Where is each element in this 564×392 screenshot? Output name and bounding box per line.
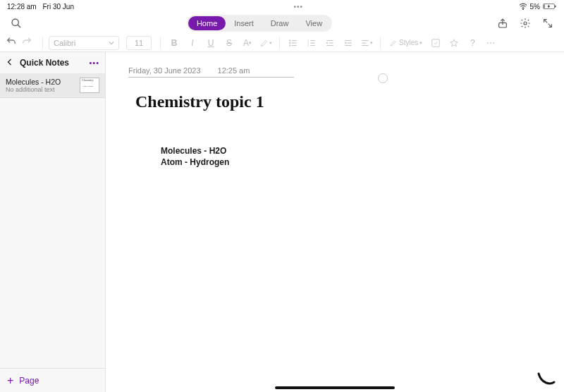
svg-point-13 [290,44,290,45]
svg-rect-29 [432,39,440,47]
svg-text:Chemistry topic 1: Chemistry topic 1 [135,92,264,111]
styles-button[interactable]: Styles ▾ [386,39,425,47]
formatting-ribbon: Calibri 11 B I U S A▾ ▾ 123 ▾ Styles ▾ ?… [0,34,564,52]
note-body[interactable]: Molecules - H2O Atom - Hydrogen [161,145,229,168]
settings-gear-icon[interactable] [516,14,534,32]
ipad-status-bar: 12:28 am Fri 30 Jun ••• 5% [0,0,564,13]
page-thumbnail: Chemistry Atom Hydrogen [80,78,99,93]
page-list: Molecules - H2O No additional text Chemi… [0,73,105,368]
align-button[interactable]: ▾ [359,35,374,51]
svg-point-11 [290,39,290,40]
page-timestamp: Friday, 30 June 2023 12:25 am [128,66,294,78]
indent-button[interactable] [341,35,356,51]
section-more-icon[interactable]: ••• [89,59,99,67]
tab-insert[interactable]: Insert [226,16,262,30]
bullets-button[interactable] [286,35,301,51]
question-tag-button[interactable]: ? [465,35,480,51]
ribbon-tabs: Home Insert Draw View [187,15,332,32]
pages-sidebar: Quick Notes ••• Molecules - H2O No addit… [0,52,106,392]
italic-button[interactable]: I [185,35,200,51]
ink-circle-mark [378,73,388,83]
styles-label: Styles [399,39,418,47]
plus-icon: + [7,375,13,386]
more-button[interactable]: ⋯ [483,35,498,51]
share-icon[interactable] [494,14,512,32]
svg-point-7 [524,22,527,25]
status-date: Fri 30 Jun [42,3,73,11]
bold-button[interactable]: B [166,35,182,51]
page-date: Friday, 30 June 2023 [128,66,201,75]
svg-line-5 [18,25,20,27]
page-list-item[interactable]: Molecules - H2O No additional text Chemi… [0,73,105,98]
fullscreen-icon[interactable] [539,14,557,32]
undo-icon[interactable] [6,36,17,50]
status-time: 12:28 am [7,3,37,11]
status-battery-percent: 5% [530,3,540,11]
chevron-down-icon [109,39,114,47]
svg-point-0 [522,9,523,10]
font-name-label: Calibri [54,39,75,47]
search-icon[interactable] [7,14,25,32]
tab-home[interactable]: Home [188,16,226,30]
tab-view[interactable]: View [297,16,331,30]
svg-rect-2 [555,6,556,8]
todo-tag-button[interactable] [428,35,443,51]
outdent-button[interactable] [322,35,338,51]
numbering-button[interactable]: 123 [304,35,319,51]
star-tag-button[interactable] [446,35,462,51]
font-color-button[interactable]: A▾ [240,35,255,51]
highlight-button[interactable]: ▾ [258,35,274,51]
svg-text:3: 3 [307,44,309,47]
handwritten-title: Chemistry topic 1 [135,87,298,121]
body-line: Atom - Hydrogen [161,157,229,168]
note-canvas[interactable]: Friday, 30 June 2023 12:25 am Chemistry … [106,52,564,392]
page-item-title: Molecules - H2O [6,78,75,86]
ink-stroke [537,372,556,386]
battery-charging-icon [543,3,557,10]
page-item-subtitle: No additional text [6,86,75,93]
redo-icon[interactable] [21,36,32,50]
strikethrough-button[interactable]: S [221,35,237,51]
svg-rect-3 [544,5,546,8]
underline-button[interactable]: U [203,35,219,51]
add-page-button[interactable]: + Page [0,368,105,392]
section-title[interactable]: Quick Notes [20,58,83,68]
page-time: 12:25 am [218,66,250,75]
home-indicator[interactable] [275,386,395,389]
font-name-select[interactable]: Calibri [49,36,119,50]
wifi-icon [519,3,527,10]
svg-point-4 [12,19,18,25]
body-line: Molecules - H2O [161,145,229,157]
font-size-select[interactable]: 11 [126,36,152,50]
add-page-label: Page [19,376,39,386]
back-chevron-icon[interactable] [6,56,14,69]
svg-point-12 [290,42,290,43]
multitask-dots-icon[interactable]: ••• [78,3,519,11]
tab-draw[interactable]: Draw [262,16,298,30]
